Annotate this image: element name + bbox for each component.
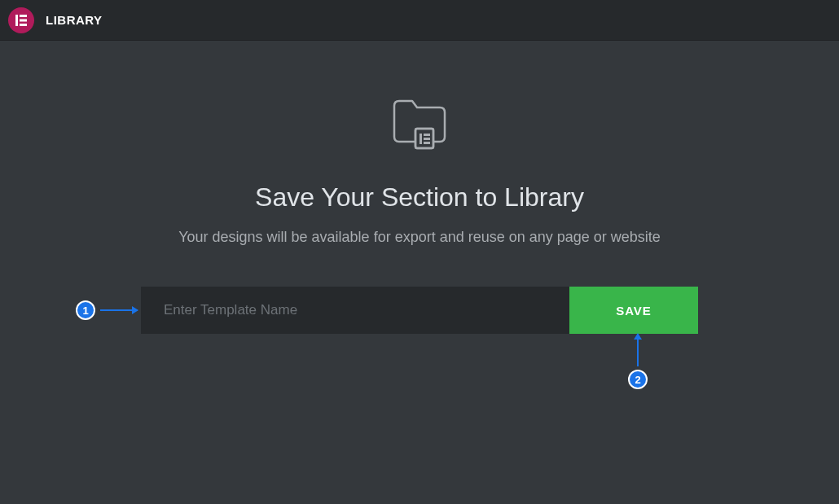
elementor-glyph-icon (15, 15, 27, 26)
elementor-logo-icon (8, 7, 34, 33)
svg-rect-8 (424, 138, 430, 140)
svg-rect-3 (20, 24, 27, 26)
save-button[interactable]: SAVE (569, 287, 698, 334)
library-folder-icon (0, 98, 839, 150)
save-form: SAVE 1 2 (141, 287, 698, 334)
svg-rect-9 (424, 142, 430, 144)
svg-rect-0 (15, 15, 18, 26)
annotation-step-1: 1 (76, 300, 138, 320)
svg-rect-2 (20, 19, 27, 21)
svg-rect-1 (20, 15, 27, 17)
annotation-badge-2: 2 (628, 370, 648, 389)
topbar: LIBRARY (0, 0, 839, 41)
main-content: Save Your Section to Library Your design… (0, 41, 839, 334)
annotation-badge-1: 1 (76, 300, 95, 320)
arrow-up-icon (637, 334, 639, 366)
page-title: Save Your Section to Library (0, 182, 839, 213)
arrow-right-icon (100, 309, 138, 311)
annotation-step-2: 2 (628, 334, 648, 389)
topbar-title: LIBRARY (46, 13, 103, 27)
svg-rect-7 (424, 134, 430, 136)
svg-rect-6 (420, 134, 422, 144)
template-name-input[interactable] (141, 287, 569, 334)
page-subtitle: Your designs will be available for expor… (0, 229, 839, 246)
